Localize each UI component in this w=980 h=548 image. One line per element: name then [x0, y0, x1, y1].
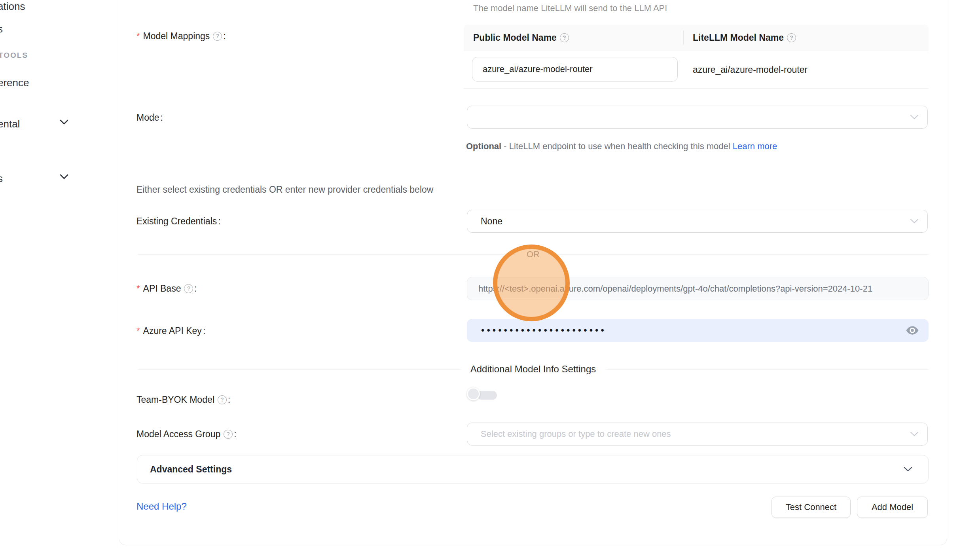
- column-header-litellm-model-name: LiteLLM Model Name ?: [683, 32, 796, 43]
- team-byok-label-text: Team-BYOK Model: [136, 394, 214, 406]
- required-asterisk: *: [136, 30, 140, 42]
- mode-helper-text: Optional - LiteLLM endpoint to use when …: [466, 138, 794, 154]
- add-model-screen: ations s TOOLS erence ental s The model …: [0, 0, 980, 548]
- required-asterisk: *: [136, 283, 140, 294]
- colon: :: [161, 112, 163, 123]
- model-mappings-table: Public Model Name ? LiteLLM Model Name ?…: [464, 25, 929, 89]
- table-header-row: Public Model Name ? LiteLLM Model Name ?: [464, 25, 929, 51]
- mode-label: Mode :: [136, 112, 163, 123]
- additional-info-divider-text: Additional Model Info Settings: [461, 364, 606, 375]
- table-row: azure_ai/azure-model-router azure_ai/azu…: [464, 51, 929, 89]
- chevron-down-icon: [910, 115, 919, 120]
- sidebar-item-truncated-5[interactable]: s: [0, 173, 3, 184]
- help-circle-icon[interactable]: ?: [184, 284, 193, 293]
- divider-line: [550, 254, 929, 255]
- divider-line: [138, 254, 516, 255]
- help-circle-icon[interactable]: ?: [218, 395, 227, 404]
- model-mappings-label: * Model Mappings ? :: [136, 30, 226, 42]
- toggle-knob: [467, 387, 480, 400]
- help-circle-icon[interactable]: ?: [787, 33, 796, 42]
- sidebar-section-tools: TOOLS: [0, 51, 28, 60]
- api-base-label-text: API Base: [143, 283, 181, 294]
- chevron-down-icon[interactable]: [59, 119, 69, 125]
- eye-icon[interactable]: [906, 325, 919, 336]
- team-byok-label: Team-BYOK Model ? :: [136, 394, 230, 406]
- advanced-settings-panel[interactable]: Advanced Settings: [137, 455, 929, 484]
- help-circle-icon[interactable]: ?: [224, 430, 233, 439]
- credentials-note: Either select existing credentials OR en…: [136, 184, 433, 195]
- header-text: Public Model Name: [473, 32, 557, 43]
- advanced-settings-title: Advanced Settings: [150, 464, 904, 475]
- help-circle-icon[interactable]: ?: [213, 32, 222, 41]
- team-byok-toggle[interactable]: [467, 387, 498, 401]
- model-access-group-select[interactable]: Select existing groups or type to create…: [467, 423, 928, 446]
- model-access-group-placeholder: Select existing groups or type to create…: [481, 429, 671, 439]
- colon: :: [223, 30, 226, 42]
- sidebar-item-truncated-2[interactable]: s: [0, 23, 3, 35]
- helper-body: - LiteLLM endpoint to use when health ch…: [501, 141, 733, 151]
- chevron-down-icon: [910, 219, 919, 224]
- divider-line: [138, 369, 461, 370]
- colon: :: [218, 215, 220, 227]
- colon: :: [203, 325, 205, 337]
- toggle-track: [477, 391, 497, 400]
- azure-api-key-input[interactable]: ••••••••••••••••••••••: [467, 319, 929, 342]
- sidebar-item-truncated-4[interactable]: ental: [0, 118, 20, 130]
- header-text: LiteLLM Model Name: [693, 32, 784, 43]
- sidebar-item-truncated-1[interactable]: ations: [0, 0, 25, 12]
- api-base-label: * API Base ? :: [136, 283, 197, 294]
- existing-credentials-label-text: Existing Credentials: [136, 215, 217, 227]
- colon: :: [234, 428, 236, 440]
- help-circle-icon[interactable]: ?: [560, 33, 569, 42]
- existing-credentials-label: Existing Credentials :: [136, 215, 221, 227]
- header-divider: [683, 30, 684, 45]
- masked-password-value: ••••••••••••••••••••••: [481, 326, 607, 334]
- column-header-public-model-name: Public Model Name ?: [464, 32, 683, 43]
- existing-credentials-value: None: [481, 216, 502, 227]
- divider-line: [605, 369, 929, 370]
- test-connect-button[interactable]: Test Connect: [771, 497, 851, 518]
- model-access-group-label: Model Access Group ? :: [136, 428, 237, 440]
- chevron-down-icon[interactable]: [59, 174, 69, 180]
- colon: :: [228, 394, 230, 406]
- additional-info-divider: Additional Model Info Settings: [138, 363, 929, 375]
- mode-select[interactable]: [467, 106, 928, 129]
- litellm-model-name-value: azure_ai/azure-model-router: [693, 64, 808, 75]
- model-name-helper-text: The model name LiteLLM will send to the …: [473, 3, 667, 13]
- azure-api-key-label-text: Azure API Key: [143, 325, 202, 337]
- colon: :: [194, 283, 197, 294]
- public-model-name-input[interactable]: azure_ai/azure-model-router: [472, 57, 678, 82]
- chevron-down-icon: [910, 432, 919, 437]
- model-access-group-label-text: Model Access Group: [136, 428, 220, 440]
- click-indicator: [493, 245, 570, 321]
- mode-label-text: Mode: [136, 112, 159, 123]
- learn-more-link[interactable]: Learn more: [733, 141, 777, 151]
- add-model-button[interactable]: Add Model: [857, 497, 928, 518]
- existing-credentials-select[interactable]: None: [467, 210, 928, 233]
- required-asterisk: *: [136, 325, 140, 337]
- azure-api-key-label: * Azure API Key :: [136, 325, 205, 337]
- chevron-down-icon: [904, 466, 912, 472]
- model-mappings-label-text: Model Mappings: [143, 30, 210, 42]
- sidebar-item-truncated-3[interactable]: erence: [0, 77, 29, 89]
- optional-bold: Optional: [466, 141, 501, 151]
- need-help-link[interactable]: Need Help?: [136, 501, 187, 512]
